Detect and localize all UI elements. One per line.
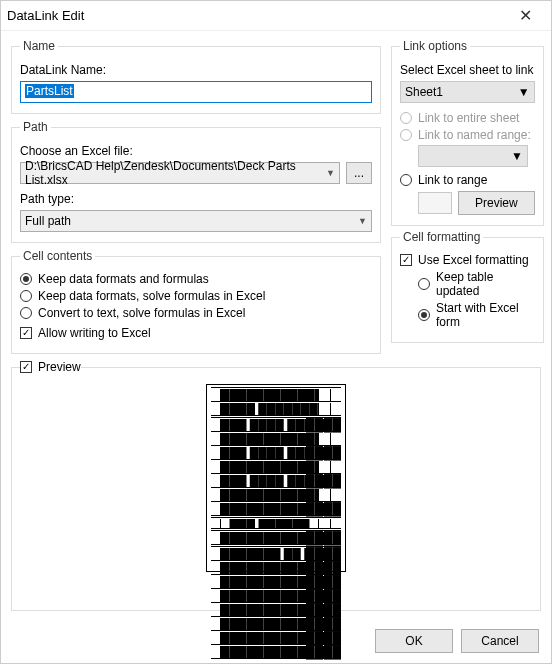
radio-start-with-excel[interactable]: Start with Excel form: [418, 301, 535, 329]
preview-sheet: ████████████████████ ████ ██████████████…: [206, 384, 346, 572]
check-use-excel-formatting[interactable]: ✓ Use Excel formatting: [400, 253, 535, 267]
choose-file-label: Choose an Excel file:: [20, 144, 372, 158]
preview-group: ✓ Preview ████████████████████ ████ ████…: [11, 360, 541, 611]
chevron-down-icon: ▼: [518, 85, 530, 99]
file-value: D:\BricsCAD Help\Zendesk\Documents\Deck …: [25, 159, 326, 187]
radio-keep-formats-solve[interactable]: Keep data formats, solve formulas in Exc…: [20, 289, 372, 303]
datalink-name-input[interactable]: PartsList: [20, 81, 372, 103]
link-options-group: Link options Select Excel sheet to link …: [391, 39, 544, 226]
chevron-down-icon: ▼: [511, 149, 523, 163]
datalink-name-value: PartsList: [25, 84, 74, 98]
cancel-button[interactable]: Cancel: [461, 629, 539, 653]
path-legend: Path: [20, 120, 51, 134]
named-range-combo: ▼: [418, 145, 528, 167]
radio-keep-table-updated[interactable]: Keep table updated: [418, 270, 535, 298]
name-group: Name DataLink Name: PartsList: [11, 39, 381, 114]
pathtype-combo[interactable]: Full path ▼: [20, 210, 372, 232]
radio-link-entire-sheet: Link to entire sheet: [400, 111, 535, 125]
name-legend: Name: [20, 39, 58, 53]
radio-keep-formats-formulas[interactable]: Keep data formats and formulas: [20, 272, 372, 286]
datalink-name-label: DataLink Name:: [20, 63, 372, 77]
select-sheet-label: Select Excel sheet to link: [400, 63, 535, 77]
close-button[interactable]: ✕: [505, 1, 545, 31]
pathtype-value: Full path: [25, 214, 71, 228]
radio-link-to-range[interactable]: Link to range: [400, 173, 535, 187]
cell-formatting-legend: Cell formatting: [400, 230, 483, 244]
sheet-combo[interactable]: Sheet1 ▼: [400, 81, 535, 103]
range-input[interactable]: [418, 192, 452, 214]
preview-area: ████████████████████ ████ ██████████████…: [20, 380, 532, 600]
check-preview[interactable]: ✓ Preview: [20, 360, 81, 374]
chevron-down-icon: ▼: [326, 168, 335, 178]
dialog-window: DataLink Edit ✕ Name DataLink Name: Part…: [0, 0, 552, 664]
pathtype-label: Path type:: [20, 192, 372, 206]
titlebar: DataLink Edit ✕: [1, 1, 551, 31]
cell-contents-group: Cell contents Keep data formats and form…: [11, 249, 381, 354]
check-allow-writing[interactable]: ✓ Allow writing to Excel: [20, 326, 372, 340]
chevron-down-icon: ▼: [358, 216, 367, 226]
radio-convert-text[interactable]: Convert to text, solve formulas in Excel: [20, 306, 372, 320]
file-combo[interactable]: D:\BricsCAD Help\Zendesk\Documents\Deck …: [20, 162, 340, 184]
radio-link-named-range: Link to named range:: [400, 128, 535, 142]
cell-formatting-group: Cell formatting ✓ Use Excel formatting K…: [391, 230, 544, 343]
ok-button[interactable]: OK: [375, 629, 453, 653]
browse-button[interactable]: ...: [346, 162, 372, 184]
cell-contents-legend: Cell contents: [20, 249, 95, 263]
link-options-legend: Link options: [400, 39, 470, 53]
preview-button[interactable]: Preview: [458, 191, 535, 215]
dialog-footer: OK Cancel: [1, 619, 551, 663]
path-group: Path Choose an Excel file: D:\BricsCAD H…: [11, 120, 381, 243]
window-title: DataLink Edit: [7, 8, 505, 23]
